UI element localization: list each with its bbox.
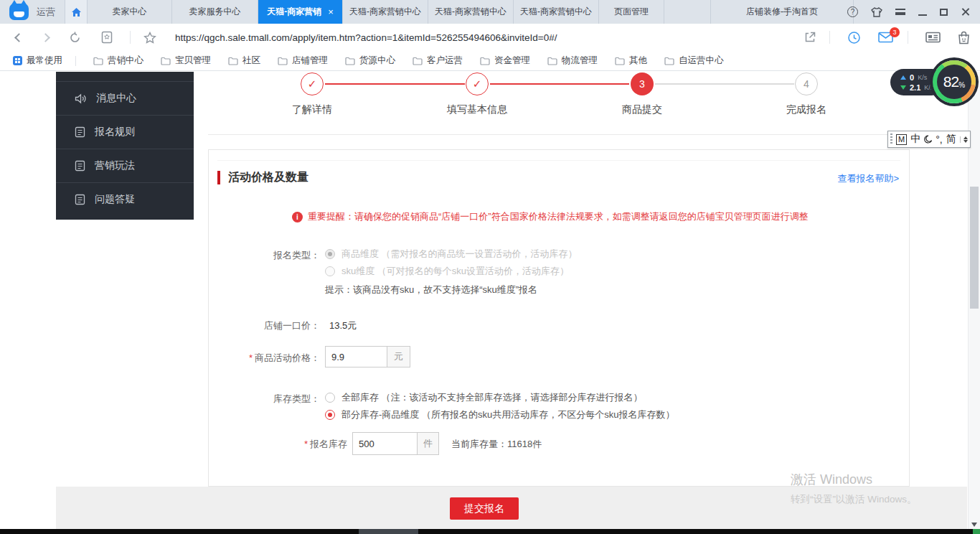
tab-shop-decoration[interactable]: 店铺装修-手淘首页 (710, 0, 854, 24)
forward-icon[interactable] (41, 33, 50, 42)
signup-help-link[interactable]: 查看报名帮助> (837, 172, 899, 185)
taskbar-green-indicator (973, 529, 980, 534)
radio-partial-stock-selected[interactable] (325, 410, 335, 420)
home-button[interactable] (65, 0, 88, 24)
logo-label: 运营 (37, 6, 55, 19)
ime-moon-icon[interactable] (924, 135, 932, 144)
bookmark-folder-customer[interactable]: 客户运营 (413, 55, 463, 67)
folder-icon (664, 57, 674, 65)
card-panel-icon[interactable] (925, 32, 941, 43)
refresh-icon[interactable] (69, 32, 81, 44)
most-used-grid-icon (13, 56, 22, 65)
important-warning: i 重要提醒：请确保您的促销商品“店铺一口价”符合国家价格法律法规要求，如需调整… (292, 210, 809, 223)
bookmark-folder-supply[interactable]: 货源中心 (345, 55, 395, 67)
close-button[interactable] (961, 7, 970, 17)
address-bar-actions: 3 (786, 31, 970, 44)
ime-charset-toggle[interactable]: 简 (946, 133, 956, 146)
restore-button[interactable] (940, 9, 948, 16)
favorite-star-icon[interactable] (143, 32, 156, 44)
skin-theme-icon[interactable] (871, 7, 882, 17)
history-clock-icon[interactable] (847, 31, 861, 44)
mail-icon[interactable]: 3 (878, 32, 893, 43)
signup-stock-label: *报名库存 (236, 438, 347, 451)
bookmark-most-used[interactable]: 最常使用 (13, 55, 62, 67)
menu-icon[interactable] (895, 9, 905, 15)
step-circle-3-current: 3 (631, 72, 654, 95)
submit-signup-button[interactable]: 提交报名 (450, 497, 519, 520)
ime-drag-handle-icon[interactable] (890, 134, 892, 145)
ime-toolbar[interactable]: M 中 °, 简 (887, 131, 971, 148)
tab-seller-center[interactable]: 卖家中心 (88, 0, 172, 24)
url-field[interactable]: https://qgch.sale.tmall.com/apply/item.h… (175, 32, 786, 43)
tab-tmall-marketing-center-2[interactable]: 天猫-商家营销中心 (428, 0, 514, 24)
bookmark-label: 店铺管理 (292, 55, 328, 67)
bookmark-label: 自运营中心 (679, 55, 724, 67)
ime-lang-toggle[interactable]: 中 (910, 133, 920, 146)
ime-punctuation-toggle[interactable]: °, (936, 134, 943, 145)
required-asterisk: * (249, 352, 253, 363)
step-circle-2-done: ✓ (466, 72, 489, 95)
step-label-3: 商品提交 (592, 103, 692, 116)
folder-icon (93, 57, 103, 65)
bookmark-label: 其他 (629, 55, 647, 67)
download-arrow-icon (900, 85, 906, 90)
mail-badge: 3 (890, 27, 900, 37)
back-icon[interactable] (14, 33, 24, 42)
bookmark-folder-community[interactable]: 社区 (228, 55, 260, 67)
scrollbar-thumb[interactable] (970, 187, 979, 309)
activity-price-label: *商品活动价格： (209, 352, 320, 365)
help-icon[interactable]: ? (847, 6, 858, 17)
sidebar-item-qa[interactable]: 问题答疑 (56, 182, 194, 216)
ime-expand-icon[interactable] (960, 136, 968, 143)
performance-gauge-widget[interactable]: 82 % (933, 60, 976, 103)
bookmark-folder-self-operation[interactable]: 自运营中心 (664, 55, 724, 67)
folder-icon (413, 57, 423, 65)
activity-price-input[interactable] (325, 346, 387, 367)
nav-divider (130, 31, 131, 44)
label-text: 报名库存 (310, 439, 347, 449)
ime-mode-icon[interactable]: M (896, 134, 907, 145)
sidebar-item-message-center[interactable]: 消息中心 (56, 81, 194, 115)
reader-mode-icon[interactable] (101, 31, 113, 44)
address-bar: https://qgch.sale.tmall.com/apply/item.h… (0, 24, 980, 51)
document-icon (75, 160, 85, 172)
sidebar-item-signup-rules[interactable]: 报名规则 (56, 115, 194, 149)
folder-icon (228, 57, 238, 65)
open-external-icon[interactable] (804, 31, 816, 44)
tab-tmall-marketing-center-1[interactable]: 天猫-商家营销中心 (343, 0, 428, 24)
shopping-bag-icon[interactable] (958, 31, 970, 44)
activity-price-panel: 活动价格及数量 查看报名帮助> i 重要提醒：请确保您的促销商品“店铺一口价”符… (208, 149, 910, 487)
step-circle-4-pending: 4 (795, 72, 818, 95)
bookmark-folder-logistics[interactable]: 物流管理 (547, 55, 598, 67)
tab-close-icon[interactable]: × (328, 6, 334, 17)
bookmark-folder-funds[interactable]: 资金管理 (480, 55, 530, 67)
minimize-button[interactable] (918, 14, 927, 16)
tab-tmall-marketing-center-3[interactable]: 天猫-商家营销中心 (514, 0, 599, 24)
sidebar-item-label: 营销玩法 (95, 159, 135, 172)
radio-item-dimension-selected-disabled[interactable] (325, 249, 335, 259)
signup-stock-input[interactable] (352, 432, 418, 455)
folder-icon (161, 57, 171, 65)
browser-logo[interactable]: 运营 (0, 0, 65, 24)
sidebar-item-marketing-play[interactable]: 营销玩法 (56, 149, 194, 182)
scrollbar-down-arrow-icon[interactable] (971, 523, 977, 527)
tab-seller-service-center[interactable]: 卖家服务中心 (172, 0, 258, 24)
stock-type-label: 库存类型： (209, 393, 320, 406)
radio-all-stock-unselected[interactable] (325, 393, 335, 403)
bookmark-folder-shop-mgmt[interactable]: 店铺管理 (278, 55, 328, 67)
bookmark-folder-other[interactable]: 其他 (615, 55, 647, 67)
option-label: 商品维度 （需对报名的商品统一设置活动价，活动库存） (341, 248, 578, 261)
window-controls: ? (847, 0, 970, 24)
bookmark-folder-marketing[interactable]: 营销中心 (93, 55, 143, 67)
tab-tmall-marketing-active[interactable]: 天猫-商家营销 × (258, 0, 343, 24)
sidebar-item-label: 消息中心 (96, 92, 136, 105)
radio-sku-dimension-disabled[interactable] (325, 266, 335, 276)
bookmark-label: 客户运营 (427, 55, 463, 67)
browser-window: 运营 卖家中心 卖家服务中心 天猫-商家营销 × 天猫-商家营销中心 天猫-商家… (0, 0, 980, 534)
option-label: 全部库存 （注：该活动不支持全部库存选择，请选择部分库存进行报名） (341, 391, 643, 404)
bookmark-folder-items[interactable]: 宝贝管理 (161, 55, 211, 67)
signup-type-option-sku: sku维度 （可对报名的每个sku设置活动价，活动库存） (325, 265, 569, 278)
tab-label: 天猫-商家营销 (267, 6, 321, 18)
tab-page-management[interactable]: 页面管理 (599, 0, 664, 24)
steps-separator (208, 134, 910, 135)
